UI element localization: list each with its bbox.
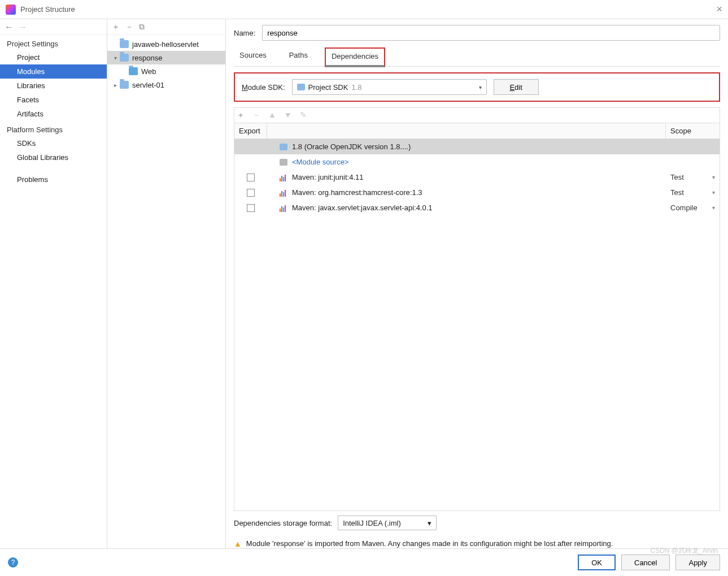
dep-row-module-source[interactable]: <Module source> xyxy=(234,154,720,170)
dep-label: <Module source> xyxy=(292,158,348,166)
app-logo-icon xyxy=(6,5,16,15)
module-sdk-select[interactable]: Project SDK 1.8 ▾ xyxy=(292,79,487,95)
storage-row: Dependencies storage format: IntelliJ ID… xyxy=(234,516,720,530)
module-source-icon xyxy=(280,159,287,166)
dep-label: 1.8 (Oracle OpenJDK version 1.8....) xyxy=(292,142,411,151)
back-icon[interactable]: ← xyxy=(5,22,14,32)
sidebar-item-modules[interactable]: Modules xyxy=(0,64,107,79)
scope-select[interactable]: Test▾ xyxy=(666,188,720,197)
storage-value: IntelliJ IDEA (.iml) xyxy=(343,519,401,527)
col-export-header: Export xyxy=(234,123,267,138)
window-title: Project Structure xyxy=(20,5,75,14)
move-up-icon[interactable]: ▲ xyxy=(268,110,276,120)
tree-label: javaweb-helloservlet xyxy=(132,40,199,49)
col-name-header xyxy=(267,123,666,138)
help-icon[interactable]: ? xyxy=(8,557,18,568)
dep-header: Export Scope xyxy=(234,123,720,139)
sdk-folder-icon xyxy=(297,84,305,90)
name-label: Name: xyxy=(234,29,255,37)
storage-format-select[interactable]: IntelliJ IDEA (.iml) ▾ xyxy=(338,516,437,530)
edit-button[interactable]: Edit xyxy=(494,79,539,95)
chevron-down-icon: ▾ xyxy=(712,174,715,180)
sdk-icon xyxy=(280,144,287,150)
sidebar-nav: ← → xyxy=(0,19,107,35)
tab-sources[interactable]: Sources xyxy=(234,47,272,66)
chevron-right-icon[interactable]: ▸ xyxy=(111,82,120,88)
dep-row-junit[interactable]: Maven: junit:junit:4.11 Test▾ xyxy=(234,170,720,185)
tree-node-response[interactable]: ▾ response xyxy=(107,51,225,64)
tabs: Sources Paths Dependencies xyxy=(234,47,720,67)
warning-row: ▲ Module 'response' is imported from Mav… xyxy=(234,539,720,548)
watermark: CSDN @武梓龙_Arvin xyxy=(650,546,718,556)
folder-icon xyxy=(120,81,129,89)
dep-row-servlet-api[interactable]: Maven: javax.servlet:javax.servlet-api:4… xyxy=(234,200,720,215)
footer: ? OK Cancel Apply xyxy=(0,548,728,576)
main: ← → Project Settings Project Modules Lib… xyxy=(0,19,728,548)
sidebar-item-problems[interactable]: Problems xyxy=(0,172,107,187)
sidebar: ← → Project Settings Project Modules Lib… xyxy=(0,19,107,548)
folder-icon xyxy=(120,40,129,48)
sidebar-item-artifacts[interactable]: Artifacts xyxy=(0,107,107,121)
move-down-icon[interactable]: ▼ xyxy=(284,110,292,120)
dep-label: Maven: javax.servlet:javax.servlet-api:4… xyxy=(292,203,433,212)
chevron-down-icon: ▾ xyxy=(428,519,431,527)
cancel-button[interactable]: Cancel xyxy=(621,555,670,570)
dep-label: Maven: org.hamcrest:hamcrest-core:1.3 xyxy=(292,188,422,197)
module-name-input[interactable] xyxy=(262,25,720,41)
web-facet-icon xyxy=(129,67,138,75)
edit-dep-icon[interactable]: ✎ xyxy=(300,110,307,120)
dep-row-hamcrest[interactable]: Maven: org.hamcrest:hamcrest-core:1.3 Te… xyxy=(234,185,720,200)
tree-node-servlet01[interactable]: ▸ servlet-01 xyxy=(107,78,225,92)
scope-select[interactable]: Test▾ xyxy=(666,173,720,181)
dep-rows: 1.8 (Oracle OpenJDK version 1.8....) <Mo… xyxy=(234,139,720,510)
module-tree: javaweb-helloservlet ▾ response Web ▸ se… xyxy=(107,35,225,94)
scope-select[interactable]: Compile▾ xyxy=(666,203,720,212)
add-icon[interactable]: ＋ xyxy=(112,22,120,32)
chevron-down-icon: ▾ xyxy=(712,205,715,211)
content-pane: Name: Sources Paths Dependencies Module … xyxy=(226,19,728,548)
section-project-settings: Project Settings xyxy=(0,35,107,50)
warning-icon: ▲ xyxy=(234,539,242,548)
export-checkbox[interactable] xyxy=(247,174,255,181)
ok-button[interactable]: OK xyxy=(578,555,616,570)
export-checkbox[interactable] xyxy=(247,189,255,197)
chevron-down-icon: ▾ xyxy=(479,84,482,90)
chevron-down-icon: ▾ xyxy=(712,189,715,196)
remove-dep-icon[interactable]: － xyxy=(252,110,260,120)
tree-node-web[interactable]: Web xyxy=(107,64,225,78)
tab-paths[interactable]: Paths xyxy=(284,47,313,66)
chevron-down-icon[interactable]: ▾ xyxy=(111,55,120,61)
export-checkbox[interactable] xyxy=(247,204,255,212)
name-row: Name: xyxy=(234,25,720,41)
tree-label: servlet-01 xyxy=(132,81,164,89)
sidebar-item-libraries[interactable]: Libraries xyxy=(0,79,107,93)
dep-toolbar: ＋ － ▲ ▼ ✎ xyxy=(234,107,720,123)
library-icon xyxy=(280,174,287,181)
dependencies-table: Export Scope 1.8 (Oracle OpenJDK version… xyxy=(234,123,720,511)
tree-node-javaweb[interactable]: javaweb-helloservlet xyxy=(107,37,225,51)
add-dep-icon[interactable]: ＋ xyxy=(237,110,245,120)
close-icon[interactable]: × xyxy=(716,3,722,15)
col-scope-header: Scope xyxy=(666,123,720,138)
tab-dependencies[interactable]: Dependencies xyxy=(325,47,385,67)
sidebar-item-sdks[interactable]: SDKs xyxy=(0,136,107,150)
sidebar-item-global-libraries[interactable]: Global Libraries xyxy=(0,150,107,164)
library-icon xyxy=(280,204,287,212)
forward-icon[interactable]: → xyxy=(18,22,27,32)
dep-row-sdk[interactable]: 1.8 (Oracle OpenJDK version 1.8....) xyxy=(234,139,720,154)
apply-button[interactable]: Apply xyxy=(675,555,720,570)
module-sdk-row: Module SDK: Project SDK 1.8 ▾ Edit xyxy=(234,72,720,102)
sidebar-item-facets[interactable]: Facets xyxy=(0,93,107,107)
library-icon xyxy=(280,189,287,197)
warning-text: Module 'response' is imported from Maven… xyxy=(246,539,613,548)
module-sdk-label: Module SDK: xyxy=(242,83,285,92)
sidebar-item-project[interactable]: Project xyxy=(0,50,107,64)
section-platform-settings: Platform Settings xyxy=(0,121,107,136)
dep-label: Maven: junit:junit:4.11 xyxy=(292,173,363,181)
tree-label: Web xyxy=(141,67,156,76)
remove-icon[interactable]: － xyxy=(125,22,133,32)
sdk-value: Project SDK xyxy=(308,83,348,92)
copy-icon[interactable]: ⧉ xyxy=(139,22,145,32)
folder-icon xyxy=(120,54,129,62)
storage-label: Dependencies storage format: xyxy=(234,519,332,527)
